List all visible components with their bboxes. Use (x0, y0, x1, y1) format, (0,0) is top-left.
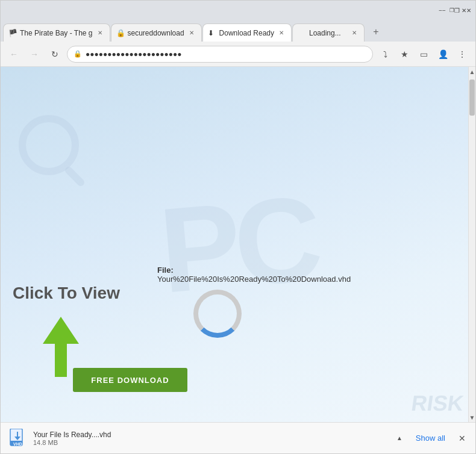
title-bar: − ❐ ✕ (1, 1, 475, 20)
profile-button[interactable]: 👤 (434, 46, 451, 63)
watermark-magnifier (19, 115, 103, 199)
toolbar-icons: ⤵ ★ ▭ 👤 ⋮ (377, 46, 471, 63)
download-file-info: Your File Is Ready....vhd 14.8 MB (33, 431, 388, 446)
tab-4-close[interactable]: ✕ (349, 28, 359, 38)
tab-2-favicon: 🔒 (116, 29, 125, 37)
scrollbar-down-button[interactable]: ▼ (469, 412, 475, 422)
file-info: File: Your%20File%20Is%20Ready%20To%20Do… (157, 266, 351, 284)
download-bar-close-button[interactable]: ✕ (456, 431, 468, 446)
reload-button[interactable]: ↻ (46, 46, 63, 63)
forward-button[interactable]: → (26, 46, 43, 63)
minimize-button[interactable]: − (438, 6, 446, 14)
tab-4-favicon (298, 29, 306, 37)
download-file-size: 14.8 MB (33, 439, 388, 446)
url-text: ●●●●●●●●●●●●●●●●●●●●●● (86, 50, 366, 58)
loading-spinner (193, 290, 242, 338)
extensions-button[interactable]: ▭ (415, 46, 432, 63)
show-all-button[interactable]: Show all (411, 431, 450, 445)
download-bar: VHD Your File Is Ready....vhd 14.8 MB ▲ … (1, 422, 475, 453)
back-button[interactable]: ← (5, 46, 22, 63)
scrollbar-up-button[interactable]: ▲ (469, 67, 475, 76)
tab-1-favicon: 🏴 (8, 29, 17, 37)
watermark-bottom: RISK (410, 391, 465, 416)
scrollbar: ▲ ▼ (468, 67, 475, 422)
scrollbar-thumb[interactable] (469, 79, 475, 116)
url-bar[interactable]: 🔒 ●●●●●●●●●●●●●●●●●●●●●● (67, 46, 373, 63)
tab-1-close[interactable]: ✕ (95, 28, 105, 38)
tab-2-label: secureddownload (128, 29, 184, 37)
tab-3-label: Download Ready (219, 29, 274, 37)
window-controls: − ❐ ✕ (438, 6, 471, 14)
browser-frame: − ❐ ✕ 🏴 The Pirate Bay - The g ✕ 🔒 secur… (0, 0, 476, 454)
tab-4[interactable]: Loading... ✕ (292, 23, 365, 42)
download-file-icon: VHD (8, 429, 27, 448)
tab-4-label: Loading... (309, 29, 347, 37)
click-to-view-text: Click To View (13, 284, 120, 303)
menu-button[interactable]: ⋮ (454, 46, 471, 63)
share-button[interactable]: ⤵ (377, 46, 393, 63)
close-button[interactable]: ✕ (462, 6, 471, 14)
free-download-button[interactable]: FREE DOWNLOAD (73, 368, 187, 392)
tab-bar: 🏴 The Pirate Bay - The g ✕ 🔒 secureddown… (1, 20, 475, 42)
file-label: File: (157, 266, 174, 275)
scrollbar-track[interactable] (469, 76, 475, 412)
page-content: PC RISK Click To View File: Your%20File%… (1, 67, 475, 422)
tab-3-favicon: ⬇ (208, 29, 216, 37)
download-options-chevron[interactable]: ▲ (394, 432, 405, 444)
address-bar: ← → ↻ 🔒 ●●●●●●●●●●●●●●●●●●●●●● ⤵ ★ ▭ 👤 ⋮ (1, 42, 475, 67)
tab-1-label: The Pirate Bay - The g (20, 29, 93, 37)
tab-2-close[interactable]: ✕ (187, 28, 196, 38)
watermark: PC (1, 67, 475, 422)
magnifier-handle (64, 166, 86, 188)
tab-3[interactable]: ⬇ Download Ready ✕ (202, 23, 292, 42)
spinner-circle (193, 290, 242, 338)
file-name: Your%20File%20Is%20Ready%20To%20Download… (157, 275, 351, 284)
magnifier-circle (19, 115, 79, 175)
tab-3-close[interactable]: ✕ (277, 28, 286, 38)
lock-icon: 🔒 (74, 50, 82, 58)
tab-1[interactable]: 🏴 The Pirate Bay - The g ✕ (3, 23, 110, 42)
bookmark-button[interactable]: ★ (396, 46, 413, 63)
new-tab-button[interactable]: + (368, 23, 384, 40)
tab-2[interactable]: 🔒 secureddownload ✕ (111, 23, 202, 42)
restore-button[interactable]: ❐ (450, 6, 459, 14)
download-file-name: Your File Is Ready....vhd (33, 431, 388, 439)
svg-text:VHD: VHD (13, 442, 22, 446)
